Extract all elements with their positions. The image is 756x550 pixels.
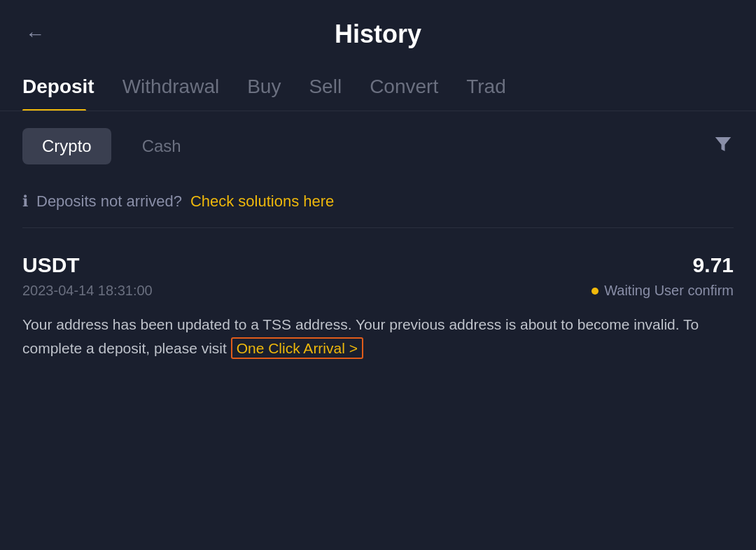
transaction-item: USDT 9.71 2023-04-14 18:31:00 Waiting Us… [0,234,756,374]
tab-buy[interactable]: Buy [247,63,300,111]
sub-tab-crypto[interactable]: Crypto [22,128,111,164]
transaction-status: Waiting User confirm [592,283,734,299]
filter-icon [713,134,734,155]
divider [22,227,734,228]
tab-deposit[interactable]: Deposit [22,63,114,111]
transaction-date: 2023-04-14 18:31:00 [22,283,153,299]
tab-convert[interactable]: Convert [370,63,458,111]
transaction-header: USDT 9.71 [22,253,734,277]
one-click-arrival-link[interactable]: One Click Arrival > [231,337,363,359]
tab-withdrawal[interactable]: Withdrawal [122,63,239,111]
filter-button[interactable] [713,134,734,160]
sub-tabs-container: Crypto Cash [0,111,756,181]
status-text: Waiting User confirm [604,283,734,299]
transaction-meta: 2023-04-14 18:31:00 Waiting User confirm [22,283,734,299]
main-tabs: Deposit Withdrawal Buy Sell Convert Trad [0,63,756,111]
status-dot [592,288,598,295]
back-icon: ← [25,23,45,45]
sub-tab-cash[interactable]: Cash [122,128,201,164]
back-button[interactable]: ← [22,20,48,48]
header: ← History [0,0,756,63]
transaction-amount: 9.71 [693,253,734,277]
tab-sell[interactable]: Sell [309,63,361,111]
transaction-symbol: USDT [22,253,80,277]
notice-text: Deposits not arrived? [36,192,182,211]
notice-link[interactable]: Check solutions here [190,192,334,211]
page-title: History [335,20,421,49]
transaction-message: Your address has been updated to a TSS a… [22,313,734,360]
info-icon: ℹ [22,192,28,211]
notice-bar: ℹ Deposits not arrived? Check solutions … [0,181,756,222]
tab-trade[interactable]: Trad [466,63,526,111]
